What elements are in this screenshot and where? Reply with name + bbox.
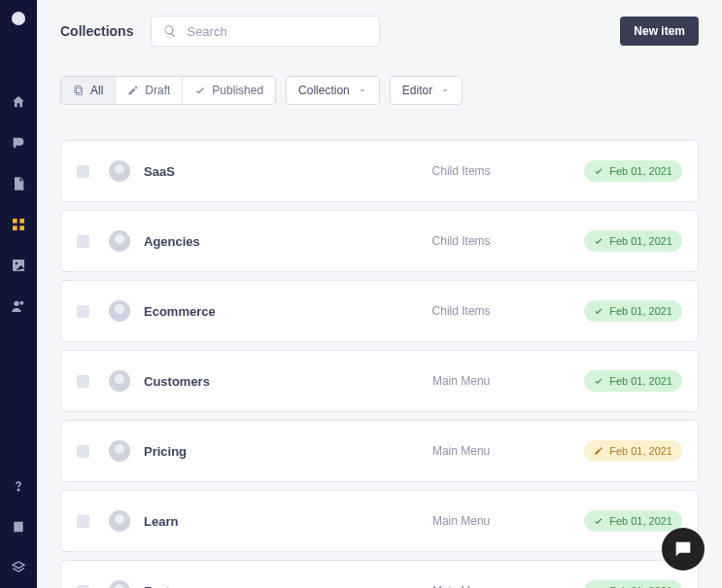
- page-icon: [11, 176, 26, 191]
- row-checkbox[interactable]: [77, 515, 89, 528]
- row-category-wrap: Main Menu: [338, 444, 584, 458]
- row-status: Feb 01, 2021: [584, 370, 682, 392]
- row-category-wrap: Child Items: [338, 234, 584, 248]
- sidebar-item-home[interactable]: [0, 82, 37, 122]
- collection-dropdown[interactable]: Collection: [286, 76, 380, 105]
- grid-icon: [11, 217, 26, 232]
- sidebar-item-users[interactable]: [0, 286, 37, 327]
- row-name: Customers: [144, 374, 338, 389]
- author-avatar: [109, 510, 130, 532]
- svg-rect-11: [75, 86, 81, 93]
- sidebar-item-stack[interactable]: [0, 547, 37, 588]
- row-name: Features: [144, 584, 338, 589]
- status-date: Feb 01, 2021: [609, 305, 672, 317]
- table-row[interactable]: CustomersMain MenuFeb 01, 2021: [60, 350, 699, 412]
- filter-published[interactable]: Published: [183, 77, 275, 104]
- row-category: Main Menu: [432, 374, 490, 388]
- check-icon: [594, 236, 603, 246]
- sidebar-item-collections[interactable]: [0, 204, 37, 245]
- table-row[interactable]: FeaturesMain MenuFeb 01, 2021: [60, 560, 699, 588]
- table-row[interactable]: SaaSChild ItemsFeb 01, 2021: [60, 140, 699, 202]
- editor-dropdown-label: Editor: [402, 84, 432, 97]
- status-badge: Feb 01, 2021: [584, 160, 682, 182]
- search-field[interactable]: [151, 16, 380, 47]
- users-icon: [11, 298, 26, 314]
- toolbar: All Draft Published Collection Editor: [60, 76, 699, 105]
- row-name: Learn: [144, 514, 338, 529]
- chevron-down-icon: [358, 86, 367, 95]
- check-icon: [594, 376, 603, 386]
- table-row[interactable]: LearnMain MenuFeb 01, 2021: [60, 490, 699, 552]
- row-category: Child Items: [432, 234, 491, 248]
- row-checkbox[interactable]: [77, 445, 89, 458]
- search-icon: [163, 24, 177, 38]
- status-badge: Feb 01, 2021: [584, 440, 682, 462]
- row-category-wrap: Child Items: [338, 164, 584, 178]
- row-status: Feb 01, 2021: [584, 510, 682, 532]
- topbar: Collections New item: [60, 16, 699, 47]
- svg-point-6: [14, 301, 18, 306]
- help-icon: [11, 478, 26, 494]
- status-date: Feb 01, 2021: [609, 235, 672, 247]
- svg-rect-9: [14, 522, 22, 533]
- sidebar-nav: [0, 0, 37, 588]
- image-icon: [11, 258, 26, 273]
- row-category: Main Menu: [432, 514, 490, 528]
- row-checkbox[interactable]: [77, 585, 89, 589]
- author-avatar: [109, 300, 130, 322]
- sidebar-item-page[interactable]: [0, 163, 37, 204]
- filter-all[interactable]: All: [61, 77, 116, 104]
- sidebar-item-blog[interactable]: [0, 122, 37, 163]
- row-checkbox[interactable]: [77, 305, 89, 318]
- row-status: Feb 01, 2021: [584, 160, 682, 182]
- status-date: Feb 01, 2021: [609, 165, 672, 177]
- row-name: Ecommerce: [144, 304, 338, 319]
- status-badge: Feb 01, 2021: [584, 510, 682, 532]
- editor-dropdown[interactable]: Editor: [390, 76, 463, 105]
- book-icon: [11, 519, 26, 535]
- page-title: Collections: [60, 23, 133, 39]
- status-badge: Feb 01, 2021: [584, 370, 682, 392]
- chat-fab[interactable]: [662, 528, 705, 571]
- author-avatar: [109, 440, 130, 462]
- table-row[interactable]: EcommerceChild ItemsFeb 01, 2021: [60, 280, 699, 342]
- svg-rect-1: [19, 219, 24, 224]
- svg-point-7: [19, 301, 23, 305]
- status-date: Feb 01, 2021: [609, 375, 672, 387]
- filter-draft[interactable]: Draft: [116, 77, 183, 104]
- row-category: Main Menu: [432, 584, 490, 588]
- row-checkbox[interactable]: [77, 165, 89, 178]
- row-category: Child Items: [432, 304, 491, 318]
- status-filter-segment: All Draft Published: [60, 76, 276, 105]
- svg-rect-3: [19, 225, 24, 230]
- check-icon: [594, 306, 603, 316]
- author-avatar: [109, 580, 130, 588]
- svg-rect-10: [77, 88, 83, 95]
- row-status: Feb 01, 2021: [584, 300, 682, 322]
- sidebar-item-media[interactable]: [0, 245, 37, 286]
- table-row[interactable]: AgenciesChild ItemsFeb 01, 2021: [60, 210, 699, 272]
- pencil-icon: [127, 85, 139, 96]
- home-icon: [11, 94, 26, 110]
- main-content: Collections New item All Draft Published…: [37, 0, 722, 588]
- sidebar-item-help[interactable]: [0, 466, 37, 506]
- row-checkbox[interactable]: [77, 375, 89, 388]
- filter-all-label: All: [90, 84, 103, 97]
- row-status: Feb 01, 2021: [584, 580, 682, 588]
- new-item-button[interactable]: New item: [620, 17, 699, 46]
- row-checkbox[interactable]: [77, 235, 89, 248]
- row-category: Child Items: [432, 164, 491, 178]
- row-name: Agencies: [144, 234, 338, 249]
- author-avatar: [109, 160, 130, 182]
- filter-published-label: Published: [212, 84, 263, 97]
- row-category-wrap: Main Menu: [338, 514, 584, 528]
- row-name: Pricing: [144, 444, 338, 459]
- status-badge: Feb 01, 2021: [584, 580, 682, 588]
- search-input[interactable]: [187, 24, 367, 39]
- collection-dropdown-label: Collection: [298, 84, 350, 97]
- user-avatar[interactable]: [12, 12, 25, 25]
- table-row[interactable]: PricingMain MenuFeb 01, 2021: [60, 420, 699, 482]
- row-name: SaaS: [144, 164, 338, 179]
- sidebar-item-docs[interactable]: [0, 506, 37, 547]
- status-badge: Feb 01, 2021: [584, 300, 682, 322]
